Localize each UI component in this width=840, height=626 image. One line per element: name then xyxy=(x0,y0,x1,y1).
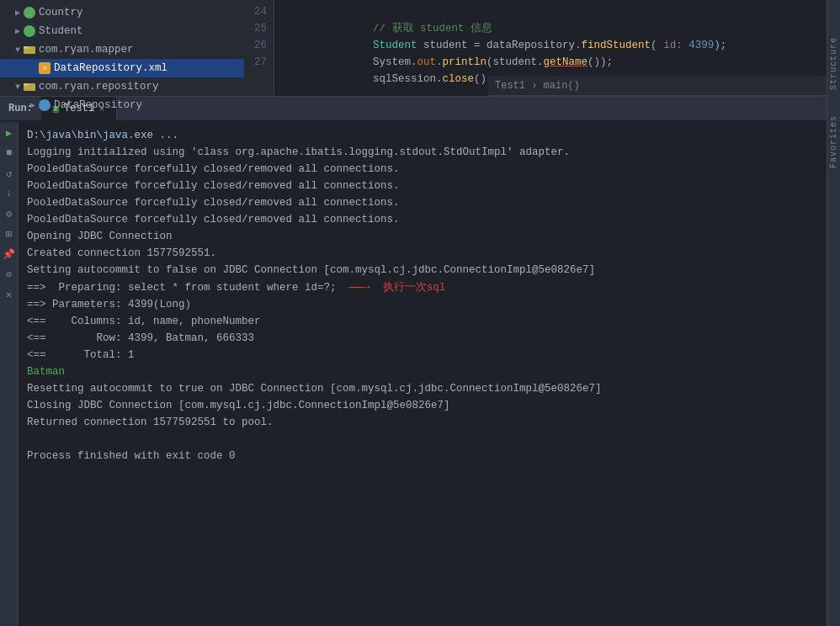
console-line-17: Returned connection 1577592551 to pool. xyxy=(27,414,832,431)
paren-close-25: ); xyxy=(714,40,726,51)
console-line-3: PooledDataSource forcefully closed/remov… xyxy=(27,178,832,194)
tree-label-mapper: com.ryan.mapper xyxy=(39,44,134,56)
file-tree-panel: ▶ Country ▶ Student ▼ com.ryan.mapper ▶ … xyxy=(0,0,840,97)
tree-arrow-mapper: ▼ xyxy=(15,45,20,55)
dump-button[interactable]: ⊞ xyxy=(2,226,17,241)
line-num-27: 27 xyxy=(251,54,267,71)
tree-label-datarepository: DataRepository xyxy=(54,99,142,111)
line-num-24: 24 xyxy=(251,3,267,20)
console-output[interactable]: D:\java\bin\java.exe ... Logging initial… xyxy=(19,122,840,626)
arrow-annotation: ——→ xyxy=(349,280,370,294)
tree-label-datarepository-xml: DataRepository.xml xyxy=(54,62,167,74)
console-line-6: Opening JDBC Connection xyxy=(27,228,832,245)
console-line-2: PooledDataSource forcefully closed/remov… xyxy=(27,161,832,178)
console-line-0: D:\java\bin\java.exe ... xyxy=(27,127,832,144)
structure-label: Structure xyxy=(829,37,838,90)
indent-26: System. xyxy=(348,56,417,68)
console-line-19: Process finished with exit code 0 xyxy=(27,448,832,464)
annotation-sql: 执行一次sql xyxy=(383,282,446,294)
tree-label-country: Country xyxy=(39,7,83,19)
line-numbers: 24 25 26 27 xyxy=(244,0,274,96)
console-line-13: <== Total: 1 xyxy=(27,347,832,363)
pin-button[interactable]: 📌 xyxy=(2,247,17,262)
xml-icon: x xyxy=(39,62,51,74)
tree-arrow-repository: ▼ xyxy=(15,82,20,92)
code-editor: 24 25 26 27 // 获取 student 信息 Student stu… xyxy=(244,0,840,96)
class-student: Student xyxy=(373,40,417,51)
indent-27: sqlSession. xyxy=(348,73,443,85)
play-button[interactable]: ▶ xyxy=(2,125,17,141)
stop-button[interactable]: ■ xyxy=(2,146,17,161)
console-line-10: ==> Parameters: 4399(Long) xyxy=(27,296,832,313)
console-line-15: Resetting autocommit to true on JDBC Con… xyxy=(27,380,832,397)
run-panel: Run: ▣ Test1 ✕ ▶ ■ ↺ ↓ ⚙ ⊞ 📌 ⊘ ✕ D:\java… xyxy=(0,97,840,626)
rerun-button[interactable]: ↺ xyxy=(2,166,17,181)
param-id: id: xyxy=(663,40,683,51)
run-toolbar: ▶ ■ ↺ ↓ ⚙ ⊞ 📌 ⊘ ✕ xyxy=(0,122,19,626)
paren-26: (student. xyxy=(486,56,544,68)
fn-println: println xyxy=(443,56,487,68)
console-line-16: Closing JDBC Connection [com.mysql.cj.jd… xyxy=(27,397,832,414)
class-icon-student xyxy=(24,25,35,37)
console-line-14: Batman xyxy=(27,363,832,380)
clear-button[interactable]: ⊘ xyxy=(2,267,17,282)
right-side-panel: Structure Favorites xyxy=(827,0,840,626)
class-icon-datarepository xyxy=(39,99,51,111)
console-line-7: Created connection 1577592551. xyxy=(27,245,832,262)
indent-25 xyxy=(348,40,373,51)
console-line-8: Setting autocommit to false on JDBC Conn… xyxy=(27,262,832,279)
tree-label-student: Student xyxy=(39,25,83,37)
svg-rect-3 xyxy=(24,83,29,86)
tree-arrow-country: ▶ xyxy=(15,8,20,18)
console-line-12: <== Row: 4399, Batman, 666333 xyxy=(27,330,832,347)
breadcrumb-text: Test1 › main() xyxy=(495,80,580,92)
tree-arrow-student: ▶ xyxy=(15,26,20,36)
fn-close: close xyxy=(443,73,475,85)
scroll-down-button[interactable]: ↓ xyxy=(2,186,17,201)
code-line-24: // 获取 student 信息 xyxy=(284,3,830,20)
fn-getname: getName xyxy=(544,56,588,68)
fn-findstudent: findStudent xyxy=(582,40,651,51)
console-line-18 xyxy=(27,431,832,448)
space-25a: student = xyxy=(417,40,487,51)
paren-close-26: ()); xyxy=(587,56,613,68)
dot-26: . xyxy=(436,56,443,68)
console-line-5: PooledDataSource forcefully closed/remov… xyxy=(27,211,832,228)
console-line-11: <== Columns: id, name, phoneNumber xyxy=(27,313,832,330)
line-num-26: 26 xyxy=(251,37,267,54)
folder-icon-repository xyxy=(24,81,35,93)
kw-out: out xyxy=(417,56,437,68)
tree-item-datarepository-class[interactable]: ▶ DataRepository xyxy=(0,96,840,114)
class-icon-country xyxy=(24,7,35,19)
var-repo: dataRepository. xyxy=(486,40,582,51)
line-num-25: 25 xyxy=(251,20,267,37)
tree-label-repository: com.ryan.repository xyxy=(39,81,159,93)
tree-arrow-class: ▶ xyxy=(30,100,35,110)
num-4399: 4399 xyxy=(688,40,714,51)
folder-icon-mapper xyxy=(24,44,35,56)
run-main: ▶ ■ ↺ ↓ ⚙ ⊞ 📌 ⊘ ✕ D:\java\bin\java.exe .… xyxy=(0,122,840,626)
breadcrumb-bar: Test1 › main() xyxy=(488,76,840,96)
comment-24: // 获取 student 信息 xyxy=(348,23,492,34)
console-line-4: PooledDataSource forcefully closed/remov… xyxy=(27,194,832,211)
console-line-1: Logging initialized using 'class org.apa… xyxy=(27,144,832,161)
favorites-label: Favorites xyxy=(829,115,838,168)
settings-button[interactable]: ⚙ xyxy=(2,206,17,221)
svg-rect-1 xyxy=(24,46,29,49)
close-console-button[interactable]: ✕ xyxy=(2,287,17,302)
paren-25: ( xyxy=(651,40,663,51)
console-line-9: ==> Preparing: select * from student whe… xyxy=(27,279,832,296)
